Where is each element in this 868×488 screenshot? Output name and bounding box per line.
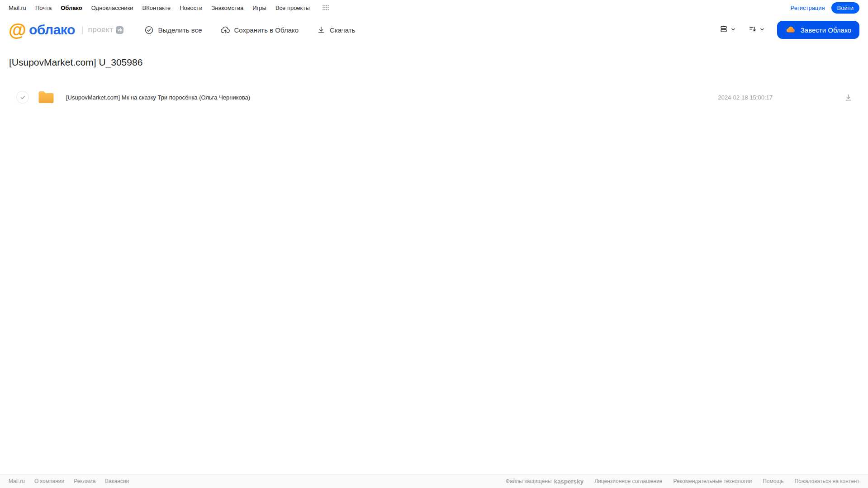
file-datetime: 2024-02-18 15:00:17 bbox=[718, 94, 773, 101]
vk-badge-icon: vk bbox=[116, 26, 123, 34]
cloud-logo[interactable]: @ облако | проект vk bbox=[9, 21, 123, 39]
row-download-icon[interactable] bbox=[844, 93, 853, 102]
topnav-item-mailru[interactable]: Mail.ru bbox=[9, 5, 26, 11]
download-button[interactable]: Скачать bbox=[317, 25, 355, 34]
chevron-down-icon bbox=[730, 26, 736, 34]
file-toolbar: Выделить все Сохранить в Облако Скача bbox=[144, 25, 355, 35]
topnav-item-pochta[interactable]: Почта bbox=[35, 5, 52, 11]
sort-icon bbox=[748, 24, 757, 35]
select-all-label: Выделить все bbox=[158, 26, 202, 34]
folder-icon[interactable] bbox=[38, 90, 54, 104]
page-title: [UsupovMarket.com] U_305986 bbox=[9, 57, 868, 68]
footer-link-about[interactable]: О компании bbox=[34, 478, 64, 484]
topnav-item-vkontakte[interactable]: ВКонтакте bbox=[142, 5, 171, 11]
select-all-icon bbox=[144, 25, 154, 35]
sort-toggle[interactable] bbox=[748, 24, 765, 35]
topnav-auth: Регистрация Войти bbox=[791, 2, 859, 14]
topnav-item-igry[interactable]: Игры bbox=[252, 5, 266, 11]
portal-topnav: Mail.ru Почта Облако Одноклассники ВКонт… bbox=[0, 0, 868, 15]
topnav-item-odnoklassniki[interactable]: Одноклассники bbox=[91, 5, 133, 11]
content-area: [UsupovMarket.com] U_305986 [UsupovMark bbox=[0, 44, 868, 474]
footer-link-help[interactable]: Помощь bbox=[763, 478, 783, 484]
topnav-item-oblako[interactable]: Облако bbox=[61, 5, 82, 11]
footer-link-ads[interactable]: Реклама bbox=[74, 478, 95, 484]
protected-label: Файлы защищены bbox=[506, 478, 552, 484]
select-all-button[interactable]: Выделить все bbox=[144, 25, 202, 35]
apps-grid-icon[interactable] bbox=[323, 5, 329, 10]
footer-link-mailru[interactable]: Mail.ru bbox=[9, 478, 25, 484]
footer-link-jobs[interactable]: Вакансии bbox=[105, 478, 129, 484]
kaspersky-link[interactable]: kaspersky bbox=[554, 478, 583, 485]
page-footer: Mail.ru О компании Реклама Вакансии Файл… bbox=[0, 474, 868, 488]
topnav-item-vse-proekty[interactable]: Все проекты bbox=[275, 5, 310, 11]
view-mode-icon bbox=[719, 24, 728, 35]
login-button[interactable]: Войти bbox=[831, 2, 859, 14]
logo-divider: | bbox=[81, 25, 84, 35]
save-to-cloud-button[interactable]: Сохранить в Облако bbox=[220, 25, 299, 35]
get-cloud-button[interactable]: Завести Облако bbox=[777, 21, 859, 39]
get-cloud-label: Завести Облако bbox=[801, 26, 851, 34]
footer-link-license[interactable]: Лицензионное соглашение bbox=[594, 478, 662, 484]
cloud-logo-icon bbox=[785, 24, 796, 36]
save-to-cloud-icon bbox=[220, 25, 230, 35]
project-label: проект bbox=[88, 25, 114, 34]
topnav-item-znakomstva[interactable]: Знакомства bbox=[211, 5, 243, 11]
chevron-down-icon bbox=[759, 26, 765, 34]
file-row[interactable]: [UsupovMarket.com] Мк на сказку Три поро… bbox=[0, 88, 868, 107]
save-to-cloud-label: Сохранить в Облако bbox=[234, 26, 299, 34]
footer-left-links: Mail.ru О компании Реклама Вакансии bbox=[9, 478, 129, 484]
kaspersky-protection: Файлы защищены kaspersky bbox=[506, 478, 583, 485]
footer-link-recommendation-tech[interactable]: Рекомендательные технологии bbox=[674, 478, 752, 484]
view-mode-toggle[interactable] bbox=[719, 24, 736, 35]
registration-link[interactable]: Регистрация bbox=[791, 5, 825, 11]
footer-link-report-content[interactable]: Пожаловаться на контент bbox=[795, 478, 859, 484]
topnav-item-novosti[interactable]: Новости bbox=[180, 5, 202, 11]
cloud-header: @ облако | проект vk Выделить все bbox=[0, 15, 868, 44]
cloud-public-page: Mail.ru Почта Облако Одноклассники ВКонт… bbox=[0, 0, 868, 488]
portal-links: Mail.ru Почта Облако Одноклассники ВКонт… bbox=[9, 5, 329, 11]
mailru-at-icon: @ bbox=[9, 21, 26, 39]
footer-right-links: Файлы защищены kaspersky Лицензионное со… bbox=[506, 478, 859, 485]
download-icon bbox=[317, 25, 326, 34]
row-checkbox[interactable] bbox=[16, 91, 29, 104]
download-label: Скачать bbox=[330, 26, 355, 34]
header-right-tools: Завести Облако bbox=[719, 21, 859, 39]
file-name-link[interactable]: [UsupovMarket.com] Мк на сказку Три поро… bbox=[66, 94, 718, 101]
logo-wordmark: облако bbox=[29, 22, 75, 38]
check-icon bbox=[20, 95, 26, 100]
